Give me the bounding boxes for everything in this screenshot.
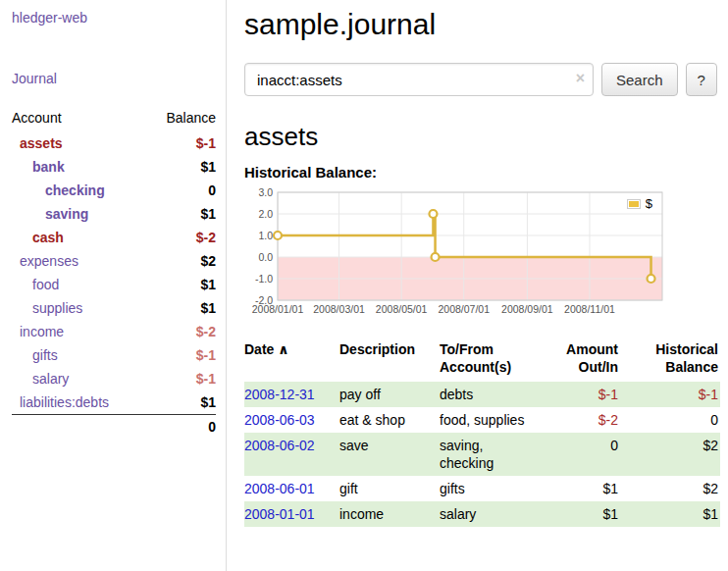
svg-text:1.0: 1.0 <box>258 230 273 241</box>
register-row[interactable]: 2008-06-03eat & shopfood, supplies$-20 <box>244 407 720 433</box>
col-balance-line1: Historical <box>655 341 718 357</box>
register-table: Date ∧ Description To/FromAccount(s) Amo… <box>244 337 720 527</box>
account-row: income$-2 <box>12 320 216 343</box>
description-cell: income <box>339 501 440 527</box>
account-name-cell: liabilities:debts <box>12 390 147 415</box>
register-row[interactable]: 2008-01-01incomesalary$1$1 <box>244 501 720 527</box>
search-input[interactable] <box>244 63 594 96</box>
account-balance: $1 <box>147 273 216 296</box>
account-balance: $1 <box>147 296 216 320</box>
account-balance: $2 <box>147 249 216 273</box>
svg-text:2008/01/01: 2008/01/01 <box>252 303 304 315</box>
search-button[interactable]: Search <box>601 63 678 96</box>
col-date[interactable]: Date ∧ <box>244 337 339 382</box>
account-link[interactable]: salary <box>32 371 69 387</box>
account-link[interactable]: cash <box>32 230 64 245</box>
sidebar: hledger-web Journal Account Balance asse… <box>0 0 227 571</box>
svg-text:0.0: 0.0 <box>258 251 273 263</box>
account-link[interactable]: expenses <box>20 253 78 269</box>
accounts-cell: debts <box>440 382 538 407</box>
search-box: × <box>244 63 594 96</box>
app: hledger-web Journal Account Balance asse… <box>0 0 728 571</box>
account-link[interactable]: checking <box>45 182 105 198</box>
brand-link[interactable]: hledger-web <box>12 10 87 26</box>
account-link[interactable]: assets <box>20 135 63 151</box>
accounts-col-balance: Balance <box>147 106 216 131</box>
account-balance: $-2 <box>147 320 216 343</box>
account-row: supplies$1 <box>12 296 216 320</box>
account-name-cell: salary <box>12 367 147 390</box>
chart-title: Historical Balance: <box>244 164 720 181</box>
series-swatch <box>627 199 641 209</box>
date-link[interactable]: 2008-01-01 <box>244 506 315 522</box>
svg-text:3.0: 3.0 <box>258 186 273 198</box>
register-body: 2008-12-31pay offdebts$-1$-12008-06-03ea… <box>244 382 720 527</box>
sort-ascending-icon: ∧ <box>278 341 288 357</box>
account-link[interactable]: food <box>32 277 59 292</box>
amount-cell: $1 <box>538 501 626 527</box>
clear-search-icon[interactable]: × <box>576 70 585 87</box>
date-link[interactable]: 2008-06-03 <box>244 412 315 428</box>
page-title: sample.journal <box>244 8 720 41</box>
accounts-body: assets$-1bank$1checking0saving$1cash$-2e… <box>12 131 216 415</box>
col-balance: HistoricalBalance <box>626 337 720 382</box>
account-link[interactable]: income <box>20 324 64 339</box>
description-cell: eat & shop <box>339 407 440 433</box>
help-button[interactable]: ? <box>686 63 717 96</box>
account-link[interactable]: supplies <box>32 300 82 316</box>
account-row: bank$1 <box>12 155 216 179</box>
col-amount-line1: Amount <box>566 341 618 357</box>
chart-legend: $ <box>623 195 656 212</box>
sidebar-item-journal[interactable]: Journal <box>12 71 57 86</box>
account-row: checking0 <box>12 179 216 202</box>
account-link[interactable]: saving <box>45 206 88 222</box>
accounts-cell: food, supplies <box>440 407 538 433</box>
svg-text:-1.0: -1.0 <box>255 273 273 285</box>
account-link[interactable]: liabilities:debts <box>20 394 109 410</box>
account-row: cash$-2 <box>12 226 216 249</box>
date-link[interactable]: 2008-06-02 <box>244 438 315 453</box>
svg-text:2008/07/01: 2008/07/01 <box>438 303 490 315</box>
amount-cell: $-1 <box>538 382 626 407</box>
account-balance: $-1 <box>147 131 216 155</box>
amount-cell: $1 <box>538 476 626 501</box>
col-accounts-line1: To/From <box>440 341 494 357</box>
account-link[interactable]: gifts <box>32 347 58 363</box>
account-heading: assets <box>244 122 720 152</box>
date-cell: 2008-06-01 <box>244 476 339 501</box>
date-link[interactable]: 2008-12-31 <box>244 387 315 402</box>
date-cell: 2008-06-02 <box>244 433 339 476</box>
accounts-cell: gifts <box>440 476 538 501</box>
svg-text:2008/11/01: 2008/11/01 <box>564 303 615 315</box>
balance-chart-canvas: 3.02.01.00.0-1.0-2.02008/01/012008/03/01… <box>244 184 672 322</box>
account-name-cell: bank <box>12 155 147 179</box>
search-form: × Search ? <box>244 63 720 96</box>
account-row: liabilities:debts$1 <box>12 390 216 415</box>
sidebar-nav: Journal <box>12 71 216 86</box>
account-name-cell: gifts <box>12 343 147 367</box>
account-balance: $1 <box>147 202 216 226</box>
account-balance: $-1 <box>147 367 216 390</box>
account-link[interactable]: bank <box>32 159 65 175</box>
account-row: food$1 <box>12 273 216 296</box>
accounts-total-row: 0 <box>12 415 216 440</box>
col-amount-line2: Out/In <box>579 359 618 375</box>
register-row[interactable]: 2008-06-02savesaving, checking0$2 <box>244 433 720 476</box>
date-link[interactable]: 2008-06-01 <box>244 481 315 496</box>
account-name-cell: income <box>12 320 147 343</box>
accounts-col-account: Account <box>12 106 147 131</box>
account-name-cell: checking <box>12 179 147 202</box>
col-amount: AmountOut/In <box>538 337 626 382</box>
register-row[interactable]: 2008-12-31pay offdebts$-1$-1 <box>244 382 720 407</box>
balance-cell: $-1 <box>626 382 720 407</box>
account-row: gifts$-1 <box>12 343 216 367</box>
account-balance: $1 <box>147 390 216 415</box>
description-cell: gift <box>339 476 440 501</box>
svg-text:2008/05/01: 2008/05/01 <box>376 303 428 315</box>
accounts-table: Account Balance assets$-1bank$1checking0… <box>12 106 216 439</box>
main-content: sample.journal × Search ? assets Histori… <box>227 0 728 571</box>
account-name-cell: food <box>12 273 147 296</box>
account-name-cell: saving <box>12 202 147 226</box>
register-row[interactable]: 2008-06-01giftgifts$1$2 <box>244 476 720 501</box>
accounts-total-value: 0 <box>147 415 216 440</box>
